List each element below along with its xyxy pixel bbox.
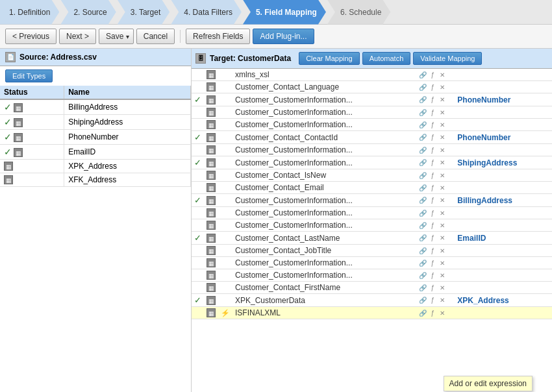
delete-icon[interactable]: ✕ — [438, 133, 447, 142]
delete-icon[interactable]: ✕ — [438, 196, 447, 205]
link-icon[interactable]: 🔗 — [418, 108, 427, 117]
delete-icon[interactable]: ✕ — [438, 208, 447, 217]
refresh-button[interactable]: Refresh Fields — [186, 29, 250, 44]
save-button[interactable]: Save — [99, 29, 134, 44]
clear-mapping-button[interactable]: Clear Mapping — [299, 52, 360, 65]
target-table-row[interactable]: ▦ Customer_CustomerInformation... 🔗 ƒ ✕ — [192, 119, 552, 131]
automatch-button[interactable]: Automatch — [362, 52, 411, 65]
delete-icon[interactable]: ✕ — [438, 308, 447, 317]
func-icon[interactable]: ƒ — [428, 70, 437, 79]
delete-icon[interactable]: ✕ — [438, 234, 447, 243]
target-table-row[interactable]: ✓ ▦ Customer_CustomerInformation... 🔗 ƒ … — [192, 156, 552, 169]
wizard-step-fieldmapping[interactable]: 5. Field Mapping — [243, 0, 326, 25]
source-table-row[interactable]: ▦ XPK_Address — [0, 160, 191, 173]
func-icon[interactable]: ƒ — [428, 296, 437, 305]
link-icon[interactable]: 🔗 — [418, 120, 427, 129]
link-icon[interactable]: 🔗 — [418, 234, 427, 243]
link-icon[interactable]: 🔗 — [418, 70, 427, 79]
delete-icon[interactable]: ✕ — [438, 258, 447, 267]
wizard-step-target[interactable]: 3. Target — [118, 0, 169, 25]
link-icon[interactable]: 🔗 — [418, 246, 427, 255]
func-icon[interactable]: ƒ — [428, 120, 437, 129]
edit-types-button[interactable]: Edit Types — [5, 69, 53, 82]
validate-mapping-button[interactable]: Validate Mapping — [413, 52, 482, 65]
target-table-row[interactable]: ▦ Customer_Contact_FirstName 🔗 ƒ ✕ — [192, 282, 552, 294]
target-table-row[interactable]: ▦ Customer_CustomerInformation... 🔗 ƒ ✕ — [192, 269, 552, 282]
link-icon[interactable]: 🔗 — [418, 208, 427, 217]
func-icon[interactable]: ƒ — [428, 246, 437, 255]
plugin-button[interactable]: Add Plug-in... — [253, 29, 314, 44]
func-icon[interactable]: ƒ — [428, 145, 437, 154]
func-icon[interactable]: ƒ — [428, 271, 437, 280]
target-table-row[interactable]: ✓ ▦ Customer_Contact_ContactId 🔗 ƒ ✕ Pho… — [192, 131, 552, 144]
delete-icon[interactable]: ✕ — [438, 70, 447, 79]
link-icon[interactable]: 🔗 — [418, 158, 427, 167]
target-table-row[interactable]: ▦ Customer_Contact_Email 🔗 ƒ ✕ — [192, 182, 552, 194]
link-icon[interactable]: 🔗 — [418, 145, 427, 154]
link-icon[interactable]: 🔗 — [418, 258, 427, 267]
target-table-row[interactable]: ✓ ▦ Customer_Contact_LastName 🔗 ƒ ✕ Emai… — [192, 232, 552, 245]
target-table-row[interactable]: ▦ Customer_CustomerInformation... 🔗 ƒ ✕ — [192, 106, 552, 119]
delete-icon[interactable]: ✕ — [438, 145, 447, 154]
func-icon[interactable]: ƒ — [428, 95, 437, 104]
delete-icon[interactable]: ✕ — [438, 82, 447, 92]
source-table-row[interactable]: ✓ ▦ PhoneNumber — [0, 130, 191, 145]
delete-icon[interactable]: ✕ — [438, 183, 447, 192]
source-table-row[interactable]: ✓ ▦ EmailID — [0, 145, 191, 160]
delete-icon[interactable]: ✕ — [438, 246, 447, 255]
target-table-row[interactable]: ▦ Customer_CustomerInformation... 🔗 ƒ ✕ — [192, 219, 552, 232]
next-button[interactable]: Next > — [59, 29, 96, 44]
link-icon[interactable]: 🔗 — [418, 308, 427, 317]
source-table-row[interactable]: ✓ ▦ BillingAddress — [0, 99, 191, 115]
delete-icon[interactable]: ✕ — [438, 158, 447, 167]
link-icon[interactable]: 🔗 — [418, 133, 427, 142]
target-table-row[interactable]: ▦ Customer_CustomerInformation... 🔗 ƒ ✕ — [192, 144, 552, 156]
source-table-row[interactable]: ▦ XFK_Address — [0, 173, 191, 187]
link-icon[interactable]: 🔗 — [418, 171, 427, 180]
func-icon[interactable]: ƒ — [428, 158, 437, 167]
target-table-row[interactable]: ▦ ⚡ ISFINALXML 🔗 ƒ ✕ — [192, 307, 552, 319]
wizard-step-source[interactable]: 2. Source — [60, 0, 116, 25]
delete-icon[interactable]: ✕ — [438, 283, 447, 292]
delete-icon[interactable]: ✕ — [438, 95, 447, 104]
delete-icon[interactable]: ✕ — [438, 271, 447, 280]
target-table-row[interactable]: ▦ Customer_CustomerInformation... 🔗 ƒ ✕ — [192, 257, 552, 269]
link-icon[interactable]: 🔗 — [418, 283, 427, 292]
func-icon[interactable]: ƒ — [428, 208, 437, 217]
delete-icon[interactable]: ✕ — [438, 221, 447, 230]
delete-icon[interactable]: ✕ — [438, 108, 447, 117]
target-table-row[interactable]: ✓ ▦ XPK_CustomerData 🔗 ƒ ✕ XPK_Address — [192, 294, 552, 307]
func-icon[interactable]: ƒ — [428, 183, 437, 192]
cancel-button[interactable]: Cancel — [136, 29, 175, 44]
func-icon[interactable]: ƒ — [428, 108, 437, 117]
wizard-step-definition[interactable]: 1. Definition — [0, 0, 59, 25]
prev-button[interactable]: < Previous — [5, 29, 56, 44]
link-icon[interactable]: 🔗 — [418, 296, 427, 305]
target-table-row[interactable]: ✓ ▦ Customer_CustomerInformation... 🔗 ƒ … — [192, 194, 552, 207]
target-table-row[interactable]: ▦ Customer_Contact_JobTitle 🔗 ƒ ✕ — [192, 245, 552, 257]
target-table-row[interactable]: ✓ ▦ Customer_CustomerInformation... 🔗 ƒ … — [192, 93, 552, 106]
target-table-row[interactable]: ▦ Customer_Contact_Language 🔗 ƒ ✕ — [192, 81, 552, 93]
source-table-row[interactable]: ✓ ▦ ShipingAddress — [0, 115, 191, 130]
link-icon[interactable]: 🔗 — [418, 271, 427, 280]
func-icon[interactable]: ƒ — [428, 308, 437, 317]
target-table-row[interactable]: ▦ Customer_CustomerInformation... 🔗 ƒ ✕ — [192, 207, 552, 219]
func-icon[interactable]: ƒ — [428, 234, 437, 243]
func-icon[interactable]: ƒ — [428, 82, 437, 92]
func-icon[interactable]: ƒ — [428, 196, 437, 205]
link-icon[interactable]: 🔗 — [418, 95, 427, 104]
target-table-row[interactable]: ▦ xmlns_xsl 🔗 ƒ ✕ — [192, 69, 552, 81]
func-icon[interactable]: ƒ — [428, 171, 437, 180]
wizard-step-datafilters[interactable]: 4. Data Filters — [171, 0, 242, 25]
delete-icon[interactable]: ✕ — [438, 120, 447, 129]
func-icon[interactable]: ƒ — [428, 133, 437, 142]
func-icon[interactable]: ƒ — [428, 283, 437, 292]
target-table-row[interactable]: ▦ Customer_Contact_IsNew 🔗 ƒ ✕ — [192, 169, 552, 182]
link-icon[interactable]: 🔗 — [418, 183, 427, 192]
delete-icon[interactable]: ✕ — [438, 171, 447, 180]
link-icon[interactable]: 🔗 — [418, 221, 427, 230]
wizard-step-schedule[interactable]: 6. Schedule — [327, 0, 390, 25]
func-icon[interactable]: ƒ — [428, 221, 437, 230]
link-icon[interactable]: 🔗 — [418, 196, 427, 205]
delete-icon[interactable]: ✕ — [438, 296, 447, 305]
